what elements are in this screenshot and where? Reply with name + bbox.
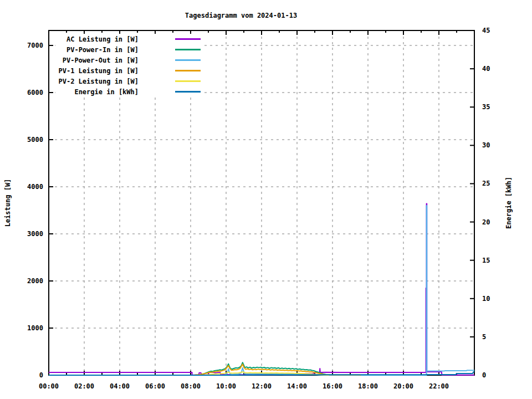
legend-line-sample	[175, 59, 201, 61]
x-tick-label: 02:00	[74, 382, 94, 390]
y-right-tick-label: 5	[482, 333, 486, 341]
x-tick-label: 10:00	[216, 382, 236, 390]
legend-label: PV-1 Leistung in [W]	[55, 67, 139, 75]
legend-line-sample	[175, 70, 201, 71]
x-tick-label: 18:00	[358, 382, 378, 390]
x-tick-label: 04:00	[110, 382, 130, 390]
legend-label: AC Leistung in [W]	[55, 35, 139, 43]
y-left-tick-label: 6000	[27, 89, 43, 96]
legend-row: PV-2 Leistung in [W]	[55, 76, 204, 86]
legend-row: PV-Power-Out in [W]	[55, 55, 204, 65]
legend-line-sample	[175, 91, 201, 93]
x-tick-label: 08:00	[181, 382, 201, 390]
legend-row: AC Leistung in [W]	[55, 34, 204, 44]
x-tick-label: 12:00	[252, 382, 272, 390]
y-left-tick-label: 4000	[27, 183, 43, 191]
y-right-tick-label: 15	[482, 257, 490, 264]
x-tick-label: 22:00	[429, 382, 449, 390]
y-right-tick-label: 0	[482, 371, 486, 379]
legend-label: PV-Power-In in [W]	[55, 46, 139, 54]
y-left-tick-label: 2000	[27, 277, 43, 285]
legend-label: PV-2 Leistung in [W]	[55, 78, 139, 85]
legend-line-sample	[175, 38, 201, 40]
legend-row: PV-1 Leistung in [W]	[55, 65, 204, 76]
series-line-pv-power-out-in-w	[224, 206, 474, 375]
y-left-tick-label: 5000	[27, 136, 43, 144]
chart-legend: AC Leistung in [W]PV-Power-In in [W]PV-P…	[55, 34, 204, 97]
legend-row: Energie in [kWh]	[55, 86, 204, 97]
y-right-tick-label: 40	[482, 65, 490, 73]
legend-label: PV-Power-Out in [W]	[55, 57, 139, 64]
legend-line-sample	[175, 49, 201, 50]
daily-diagram-page: Tagesdiagramm vom 2024-01-13 Leistung [W…	[0, 0, 532, 399]
legend-row: PV-Power-In in [W]	[55, 44, 204, 55]
y-left-tick-label: 7000	[27, 42, 43, 49]
y-right-tick-label: 35	[482, 103, 490, 111]
y-left-tick-label: 1000	[27, 324, 43, 332]
x-tick-label: 06:00	[145, 382, 165, 390]
legend-label: Energie in [kWh]	[55, 88, 139, 96]
x-tick-label: 14:00	[287, 382, 307, 390]
y-right-tick-label: 25	[482, 180, 490, 187]
x-tick-label: 16:00	[323, 382, 342, 390]
y-right-tick-label: 10	[482, 295, 490, 303]
y-right-tick-label: 20	[482, 218, 490, 226]
x-tick-label: 20:00	[393, 382, 413, 390]
y-right-tick-label: 30	[482, 141, 490, 149]
legend-line-sample	[175, 80, 201, 82]
y-right-tick-label: 45	[482, 27, 490, 34]
series-line-ac-leistung-in-w	[49, 204, 474, 375]
x-tick-label: 00:00	[39, 382, 59, 390]
y-left-tick-label: 0	[39, 371, 43, 379]
y-left-tick-label: 3000	[27, 230, 43, 238]
